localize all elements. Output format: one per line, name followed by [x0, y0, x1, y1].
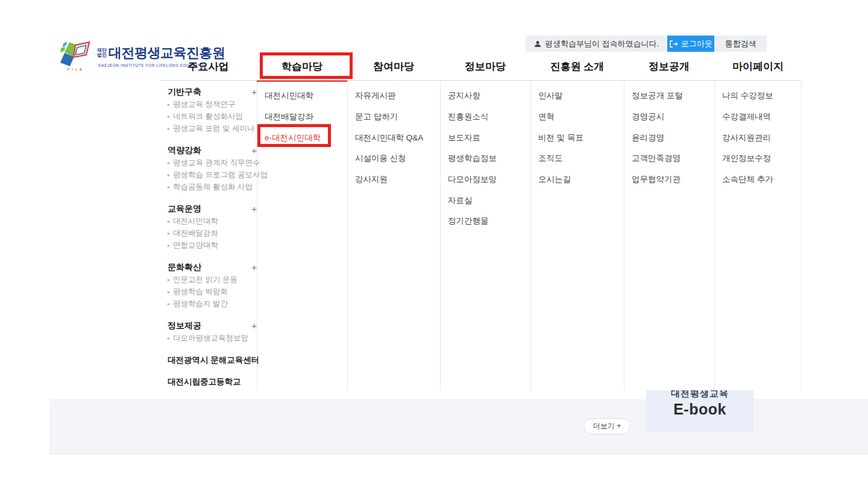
sidebar-section-title[interactable]: 정보제공 +	[168, 319, 257, 332]
sidebar-item[interactable]: ▸평생교육 정책연구	[168, 98, 257, 110]
menu-item[interactable]: 진흥원소식	[448, 107, 497, 128]
menu-item[interactable]: 연혁	[538, 107, 583, 128]
menu-item[interactable]: 소속단체 추가	[722, 169, 773, 190]
menu-item[interactable]: 조직도	[538, 148, 583, 169]
sidebar-item[interactable]: ▸대전시민대학	[168, 215, 257, 227]
menu-item[interactable]: 다모아정보망	[448, 169, 497, 190]
menu-item[interactable]: 윤리경영	[632, 127, 683, 148]
plus-icon[interactable]: +	[251, 321, 257, 331]
menu-divider	[530, 81, 531, 390]
nav-item-main-business[interactable]: 주요사업	[160, 58, 257, 76]
menu-item[interactable]: 시설이용 신청	[355, 148, 423, 169]
sidebar-section-infrastructure: 기반구축 + ▸평생교육 정책연구 ▸네트워크 활성화사업 ▸평생교육 포럼 및…	[168, 86, 257, 134]
menu-divider	[257, 81, 257, 390]
sidebar-section-education: 교육운영 + ▸대전시민대학 ▸대전배달강좌 ▸연합교양대학	[168, 202, 257, 251]
plus-icon[interactable]: +	[251, 262, 257, 272]
nav-item-information[interactable]: 정보마당	[440, 58, 530, 76]
arrow-bullet-icon: ▸	[168, 289, 170, 295]
logo-org-prefix: 재단 법인	[97, 48, 107, 58]
menu-item[interactable]: 오시는길	[538, 169, 583, 190]
menu-item[interactable]: 수강결제내역	[722, 107, 773, 128]
plus-icon[interactable]: +	[251, 87, 257, 97]
menu-item[interactable]: 대전배달강좌	[265, 107, 321, 128]
sidebar-item[interactable]: ▸평생교육 포럼 및 세미나	[168, 122, 257, 134]
menu-item[interactable]: 고객만족경영	[632, 148, 683, 169]
page: 평생학습부님이 접속하였습니다. 로그아웃 통합검색 FILE	[0, 0, 868, 488]
sidebar-item[interactable]: ▸네트워크 활성화사업	[168, 110, 257, 122]
menu-divider	[801, 81, 802, 390]
nav-item-mypage[interactable]: 마이페이지	[714, 58, 802, 76]
menu-item[interactable]: 자유게시판	[355, 86, 423, 107]
user-icon	[534, 40, 541, 48]
menu-item[interactable]: 강사지원관리	[722, 127, 773, 148]
menu-item[interactable]: 인사말	[538, 86, 583, 107]
sidebar-item[interactable]: ▸연합교양대학	[168, 239, 257, 251]
arrow-bullet-icon: ▸	[168, 114, 170, 119]
arrow-bullet-icon: ▸	[168, 102, 170, 107]
menu-item[interactable]: 나의 수강정보	[722, 86, 773, 107]
active-nav-indicator	[257, 80, 347, 82]
sidebar-section-title[interactable]: 문화확산 +	[168, 261, 257, 274]
logo-file-caption: FILE	[68, 67, 85, 71]
sidebar-item[interactable]: ▸평생학습 프로그램 공모사업	[168, 169, 257, 181]
menu-divider	[714, 81, 715, 390]
menu-item[interactable]: 업무협약기관	[632, 169, 683, 190]
menu-item[interactable]: 개인정보수정	[722, 148, 773, 169]
sidebar-section-culture: 문화확산 + ▸인문고전 읽기 운동 ▸평생학습 박람회 ▸평생학습지 발간	[168, 261, 257, 310]
ebook-banner-label: E-book	[646, 401, 753, 418]
nav-item-disclosure[interactable]: 정보공개	[624, 58, 714, 76]
nav-item-participation[interactable]: 참여마당	[347, 58, 440, 76]
nav-item-about[interactable]: 진흥원 소개	[530, 58, 624, 76]
menu-item[interactable]: 공지사항	[448, 86, 497, 107]
menu-item[interactable]: 비전 및 목표	[538, 127, 583, 148]
sidebar-section-title[interactable]: 역량강화 +	[168, 144, 257, 157]
global-search-button[interactable]: 통합검색	[714, 36, 767, 52]
nav-item-learning[interactable]: 학습마당	[257, 58, 347, 76]
sidebar-item[interactable]: ▸학습공동체 활성화 사업	[168, 181, 257, 193]
more-button[interactable]: 더보기 +	[583, 418, 631, 434]
plus-icon[interactable]: +	[251, 145, 257, 155]
menu-column-information: 공지사항 진흥원소식 보도자료 평생학습정보 다모아정보망 자료실 정기간행물	[448, 86, 497, 232]
menu-item[interactable]: 대전시민대학	[265, 86, 321, 107]
menu-item[interactable]: 평생학습정보	[448, 148, 497, 169]
arrow-bullet-icon: ▸	[168, 301, 170, 307]
menu-column-mypage: 나의 수강정보 수강결제내역 강사지원관리 개인정보수정 소속단체 추가	[722, 86, 773, 190]
sidebar-item[interactable]: ▸대전배달강좌	[168, 227, 257, 239]
menu-item[interactable]: 자료실	[448, 190, 497, 211]
sidebar-link-middle-high-school[interactable]: 대전시립중고등학교	[168, 375, 257, 388]
menu-item[interactable]: 대전시민대학 Q&A	[355, 127, 423, 148]
menu-divider	[347, 81, 348, 390]
sidebar-item[interactable]: ▸평생교육 관계자 직무연수	[168, 157, 257, 169]
menu-column-disclosure: 정보공개 포털 경영공시 윤리경영 고객만족경영 업무협약기관	[632, 86, 683, 190]
logout-button[interactable]: 로그아웃	[667, 36, 714, 52]
menu-column-participation: 자유게시판 묻고 답하기 대전시민대학 Q&A 시설이용 신청 강사지원	[355, 86, 423, 190]
menu-column-learning: 대전시민대학 대전배달강좌 e-대전시민대학	[265, 86, 321, 148]
sidebar-extra-links: 대전광역시 문해교육센터 대전시립중고등학교	[168, 354, 257, 388]
menu-item[interactable]: 정보공개 포털	[632, 86, 683, 107]
arrow-bullet-icon: ▸	[168, 243, 170, 248]
mega-menu-panel: 기반구축 + ▸평생교육 정책연구 ▸네트워크 활성화사업 ▸평생교육 포럼 및…	[160, 80, 802, 390]
global-search-label: 통합검색	[725, 39, 756, 49]
menu-item[interactable]: 보도자료	[448, 127, 497, 148]
menu-item[interactable]: 경영공시	[632, 107, 683, 128]
menu-item[interactable]: 정기간행물	[448, 211, 497, 232]
menu-item[interactable]: 묻고 답하기	[355, 107, 423, 128]
arrow-bullet-icon: ▸	[168, 184, 170, 190]
sidebar-item[interactable]: ▸평생학습지 발간	[168, 298, 257, 310]
arrow-bullet-icon: ▸	[168, 172, 170, 178]
logout-label: 로그아웃	[681, 39, 712, 49]
sidebar-item[interactable]: ▸인문고전 읽기 운동	[168, 274, 257, 286]
sidebar-section-title[interactable]: 기반구축 +	[168, 86, 257, 98]
menu-divider	[440, 81, 441, 390]
menu-item[interactable]: 강사지원	[355, 169, 423, 190]
sidebar-link-literacy-center[interactable]: 대전광역시 문해교육센터	[168, 354, 257, 366]
menu-item-e-citizen-univ[interactable]: e-대전시민대학	[265, 127, 321, 148]
menu-sidebar: 기반구축 + ▸평생교육 정책연구 ▸네트워크 활성화사업 ▸평생교육 포럼 및…	[168, 86, 257, 388]
arrow-bullet-icon: ▸	[168, 160, 170, 166]
sidebar-section-info-provision: 정보제공 + ▸다모아평생교육정보망	[168, 319, 257, 344]
sidebar-section-title[interactable]: 교육운영 +	[168, 202, 257, 215]
arrow-bullet-icon: ▸	[168, 336, 170, 341]
sidebar-item[interactable]: ▸평생학습 박람회	[168, 286, 257, 298]
sidebar-item[interactable]: ▸다모아평생교육정보망	[168, 332, 257, 344]
plus-icon[interactable]: +	[251, 204, 257, 214]
